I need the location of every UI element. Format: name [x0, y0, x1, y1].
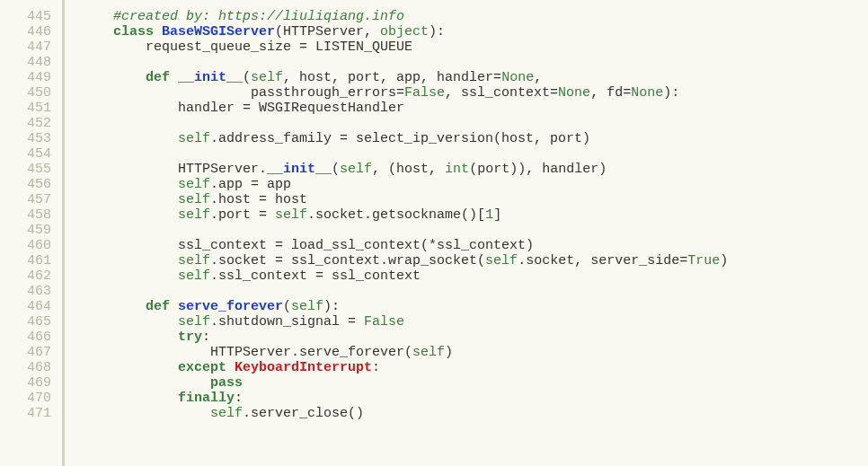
token [81, 406, 210, 421]
token [81, 360, 178, 375]
token: HTTPServer. [81, 162, 267, 177]
token: , ssl_context= [445, 85, 558, 101]
token [81, 192, 178, 207]
token: , [534, 70, 542, 85]
token: self [178, 314, 210, 330]
code-line: self.app = app [81, 177, 868, 192]
token: ( [283, 299, 291, 314]
token: HTTPServer.serve_forever( [81, 345, 412, 360]
token: False [404, 85, 445, 101]
token: object [380, 24, 429, 40]
line-number: 448 [0, 55, 62, 70]
token: __init__ [178, 70, 243, 85]
token: ) [445, 345, 453, 360]
token: serve_forever [178, 299, 283, 314]
code-line: self.server_close() [81, 406, 868, 421]
code-line: self.ssl_context = ssl_context [81, 268, 868, 284]
token: handler = WSGIRequestHandler [81, 101, 404, 116]
token: , (host, [372, 162, 445, 177]
token [81, 299, 146, 314]
token: self [485, 253, 518, 268]
token: self [291, 299, 323, 314]
token [81, 330, 178, 345]
token: None [631, 85, 663, 101]
token: .port = [210, 207, 275, 223]
token: .address_family = select_ip_version(host… [210, 131, 590, 146]
code-line: class BaseWSGIServer(HTTPServer, object)… [81, 24, 868, 40]
line-number-gutter: 4454464474484494504514524534544554564574… [0, 0, 65, 466]
token: (port)), handler) [469, 162, 607, 177]
code-line: ssl_context = load_ssl_context(*ssl_cont… [81, 238, 868, 253]
code-line [81, 284, 868, 299]
line-number: 470 [0, 391, 62, 406]
code-line: finally: [81, 391, 868, 406]
token [81, 314, 178, 330]
code-line: self.host = host [81, 192, 868, 207]
token: False [364, 314, 404, 330]
line-number: 445 [0, 9, 62, 24]
token: self [210, 406, 243, 421]
token: self [178, 131, 210, 146]
token: self [275, 207, 307, 223]
line-number: 462 [0, 268, 62, 284]
line-number: 471 [0, 406, 62, 421]
token: self [340, 162, 372, 177]
token [81, 131, 178, 146]
line-number: 466 [0, 330, 62, 345]
code-line: self.shutdown_signal = False [81, 314, 868, 330]
line-number: 463 [0, 284, 62, 299]
token: ): [663, 85, 679, 101]
token: .app = app [210, 177, 291, 192]
token: None [501, 70, 534, 85]
token: class [113, 24, 162, 40]
code-line: self.port = self.socket.getsockname()[1] [81, 207, 868, 223]
token: BaseWSGIServer [162, 24, 275, 40]
token: , host, port, app, handler= [283, 70, 501, 85]
token: ): [323, 299, 340, 314]
token: KeyboardInterrupt [235, 360, 372, 375]
token: ssl_context = load_ssl_context(*ssl_cont… [81, 238, 534, 253]
token [81, 177, 178, 192]
code-line: passthrough_errors=False, ssl_context=No… [81, 85, 868, 101]
line-number: 449 [0, 70, 62, 85]
line-number: 453 [0, 131, 62, 146]
token: True [687, 253, 720, 268]
token [81, 9, 113, 24]
line-number: 467 [0, 345, 62, 360]
code-line: try: [81, 330, 868, 345]
token [81, 24, 113, 40]
code-line: self.address_family = select_ip_version(… [81, 131, 868, 146]
code-line: HTTPServer.__init__(self, (host, int(por… [81, 162, 868, 177]
token: ) [720, 253, 728, 268]
code-line: #created by: https://liuliqiang.info [81, 9, 868, 24]
token: def [146, 70, 178, 85]
token: ): [429, 24, 445, 40]
token [81, 70, 146, 85]
token: passthrough_errors= [81, 85, 404, 101]
line-number: 446 [0, 24, 62, 40]
token: except [178, 360, 235, 375]
token: None [558, 85, 590, 101]
code-area: #created by: https://liuliqiang.info cla… [65, 0, 868, 466]
code-line: def __init__(self, host, port, app, hand… [81, 70, 868, 85]
token: __init__ [267, 162, 332, 177]
code-line: except KeyboardInterrupt: [81, 360, 868, 375]
token: self [178, 207, 210, 223]
token [81, 268, 178, 284]
token: self [178, 177, 210, 192]
code-line [81, 116, 868, 131]
token: .socket = ssl_context.wrap_socket( [210, 253, 485, 268]
line-number: 450 [0, 85, 62, 101]
token: : [202, 330, 210, 345]
token [81, 253, 178, 268]
token: ( [332, 162, 340, 177]
token: self [178, 268, 210, 284]
token: : [372, 360, 380, 375]
code-line [81, 55, 868, 70]
code-line: pass [81, 375, 868, 391]
line-number: 468 [0, 360, 62, 375]
line-number: 457 [0, 192, 62, 207]
token: #created by: https://liuliqiang.info [113, 9, 404, 24]
token: int [445, 162, 469, 177]
line-number: 459 [0, 223, 62, 238]
